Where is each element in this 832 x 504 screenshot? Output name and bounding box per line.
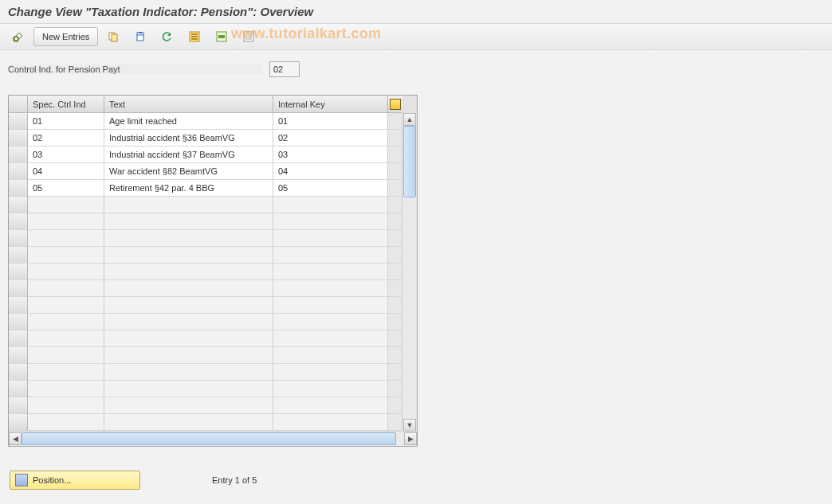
hscroll-thumb[interactable] xyxy=(22,432,396,445)
position-button[interactable]: Position... xyxy=(10,471,140,490)
row-selector[interactable] xyxy=(9,130,28,147)
select-block-button[interactable] xyxy=(210,27,234,46)
table-row xyxy=(9,314,417,330)
cell-internal-key xyxy=(273,414,388,431)
svg-rect-14 xyxy=(245,38,252,40)
delete-button[interactable] xyxy=(128,27,152,46)
table-container: Spec. Ctrl Ind Text Internal Key 01Age l… xyxy=(8,95,418,447)
column-spec-ctrl-ind[interactable]: Spec. Ctrl Ind xyxy=(28,96,104,113)
cell-scroll-gutter xyxy=(388,314,402,330)
undo-change-button[interactable] xyxy=(155,27,179,46)
toggle-display-change-button[interactable] xyxy=(6,27,30,46)
cell-spec-ctrl-ind xyxy=(28,364,104,381)
row-selector[interactable] xyxy=(9,163,28,180)
table-row[interactable]: 03Industrial accident §37 BeamVG03 xyxy=(9,147,417,163)
cell-internal-key xyxy=(273,381,388,397)
table-row xyxy=(9,197,417,213)
cell-internal-key xyxy=(273,397,388,414)
svg-rect-7 xyxy=(191,36,198,37)
cell-spec-ctrl-ind[interactable]: 03 xyxy=(28,147,104,163)
select-all-button[interactable] xyxy=(182,27,206,46)
scroll-right-button[interactable]: ▶ xyxy=(404,432,417,445)
table-row xyxy=(9,414,417,431)
table-row xyxy=(9,230,417,247)
cell-internal-key xyxy=(273,213,388,230)
new-entries-button[interactable]: New Entries xyxy=(33,27,98,46)
svg-rect-13 xyxy=(245,36,252,37)
row-selector xyxy=(9,314,28,330)
cell-spec-ctrl-ind xyxy=(28,230,104,247)
cell-spec-ctrl-ind xyxy=(28,213,104,230)
vscroll-thumb[interactable] xyxy=(403,126,416,197)
hscroll-track[interactable] xyxy=(22,432,404,445)
row-selector xyxy=(9,364,28,381)
table-row xyxy=(9,213,417,230)
cell-text[interactable]: War accident §82 BeamtVG xyxy=(104,163,273,180)
column-text[interactable]: Text xyxy=(104,96,273,113)
svg-rect-8 xyxy=(191,38,198,40)
cell-scroll-gutter xyxy=(388,180,402,197)
column-internal-key[interactable]: Internal Key xyxy=(273,96,388,113)
cell-text[interactable]: Retirement §42 par. 4 BBG xyxy=(104,180,273,197)
cell-scroll-gutter xyxy=(388,213,402,230)
cell-text[interactable]: Industrial accident §37 BeamVG xyxy=(104,147,273,163)
row-selector xyxy=(9,197,28,213)
entry-counter: Entry 1 of 5 xyxy=(212,475,257,485)
footer: Position... Entry 1 of 5 xyxy=(10,471,257,490)
cell-internal-key xyxy=(273,280,388,297)
cell-scroll-gutter xyxy=(388,381,402,397)
cell-text[interactable]: Age limit reached xyxy=(104,113,273,130)
new-entries-label: New Entries xyxy=(42,32,89,41)
content-area: Control Ind. for Pension Payt Spec. Ctrl… xyxy=(0,50,832,455)
cell-spec-ctrl-ind xyxy=(28,280,104,297)
deselect-all-button[interactable] xyxy=(237,27,261,46)
table-row[interactable]: 01Age limit reached01 xyxy=(9,113,417,130)
scroll-left-button[interactable]: ◀ xyxy=(9,432,22,445)
table-row[interactable]: 05Retirement §42 par. 4 BBG05 xyxy=(9,180,417,197)
table-row xyxy=(9,397,417,414)
row-selector[interactable] xyxy=(9,113,28,130)
svg-rect-12 xyxy=(245,33,252,35)
cell-text[interactable]: Industrial accident §36 BeamVG xyxy=(104,130,273,147)
cell-spec-ctrl-ind xyxy=(28,381,104,397)
cell-internal-key[interactable]: 03 xyxy=(273,147,388,163)
table-row xyxy=(9,297,417,314)
cell-internal-key[interactable]: 02 xyxy=(273,130,388,147)
cell-spec-ctrl-ind xyxy=(28,330,104,347)
horizontal-scrollbar[interactable]: ◀ ▶ xyxy=(9,431,417,446)
cell-text xyxy=(104,197,273,213)
table-row[interactable]: 04War accident §82 BeamtVG04 xyxy=(9,163,417,180)
select-all-column-header[interactable] xyxy=(9,96,28,113)
scroll-up-button[interactable]: ▲ xyxy=(403,113,416,126)
cell-spec-ctrl-ind[interactable]: 04 xyxy=(28,163,104,180)
cell-spec-ctrl-ind[interactable]: 01 xyxy=(28,113,104,130)
cell-text xyxy=(104,397,273,414)
cell-text xyxy=(104,297,273,314)
table-row xyxy=(9,280,417,297)
table-config-button[interactable] xyxy=(388,96,402,113)
scroll-down-button[interactable]: ▼ xyxy=(403,419,416,432)
cell-scroll-gutter xyxy=(388,297,402,314)
cell-internal-key[interactable]: 05 xyxy=(273,180,388,197)
cell-internal-key xyxy=(273,330,388,347)
cell-spec-ctrl-ind xyxy=(28,264,104,280)
table-row xyxy=(9,264,417,280)
position-label: Position... xyxy=(33,475,71,485)
table-row xyxy=(9,364,417,381)
table-row[interactable]: 02Industrial accident §36 BeamVG02 xyxy=(9,130,417,147)
cell-internal-key xyxy=(273,197,388,213)
table-row xyxy=(9,247,417,264)
vscroll-track[interactable] xyxy=(403,126,416,419)
row-selector[interactable] xyxy=(9,147,28,163)
cell-spec-ctrl-ind[interactable]: 05 xyxy=(28,180,104,197)
cell-internal-key[interactable]: 04 xyxy=(273,163,388,180)
cell-internal-key[interactable]: 01 xyxy=(273,113,388,130)
copy-as-button[interactable] xyxy=(101,27,125,46)
control-ind-row: Control Ind. for Pension Payt xyxy=(8,61,824,77)
cell-spec-ctrl-ind xyxy=(28,314,104,330)
vertical-scrollbar[interactable]: ▲ ▼ xyxy=(402,113,417,432)
table-row xyxy=(9,330,417,347)
cell-spec-ctrl-ind[interactable]: 02 xyxy=(28,130,104,147)
control-ind-field[interactable] xyxy=(269,61,300,77)
row-selector[interactable] xyxy=(9,180,28,197)
